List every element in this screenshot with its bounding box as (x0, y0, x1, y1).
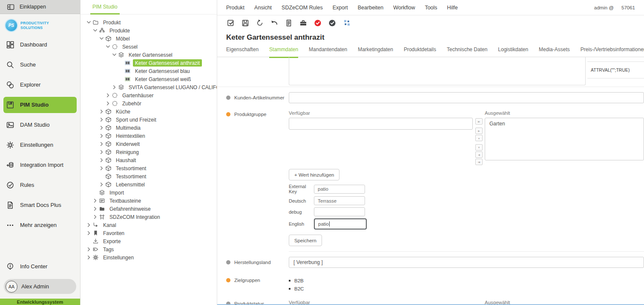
tree-item[interactable]: Kinderwelt (80, 140, 217, 148)
tree-item[interactable]: Keter Gartensessel blau (80, 67, 217, 75)
tab[interactable]: Produktdetails (404, 46, 436, 57)
tree-item[interactable]: Einstellungen (80, 253, 217, 261)
transfer-button[interactable]: ▶ (475, 128, 483, 134)
menu-item[interactable]: Hilfe (447, 5, 458, 11)
menu-item[interactable]: Produkt (226, 5, 244, 11)
tree-item[interactable]: Zubehör (80, 99, 217, 107)
sidebar-item[interactable]: Einstellungen (3, 137, 77, 153)
chevron-right-icon[interactable] (105, 93, 112, 98)
value-field-input[interactable] (314, 207, 365, 216)
tab[interactable]: Logistikdaten (498, 46, 528, 57)
tree-item[interactable]: Sport und Freizeit (80, 116, 217, 124)
tree-item[interactable]: Sessel (80, 43, 217, 51)
sidebar-item[interactable]: Explorer (3, 77, 77, 93)
user-menu[interactable]: AA Alex Admin (4, 279, 76, 294)
value-field-input[interactable]: patio (314, 185, 365, 194)
chevron-down-icon[interactable] (86, 20, 92, 25)
sidebar-item[interactable]: Dashboard (3, 37, 77, 53)
sidebar-item[interactable]: Integration Import (3, 157, 77, 173)
tree-item[interactable]: Import (80, 189, 217, 197)
chevron-down-icon[interactable] (105, 44, 112, 49)
chevron-right-icon[interactable] (92, 206, 99, 212)
tree-item[interactable]: Multimedia (80, 124, 217, 132)
tree-tab-pim-studio[interactable]: PIM Studio (90, 4, 120, 15)
toolbar-button[interactable] (269, 18, 279, 28)
transfer-button[interactable]: ▲ (475, 135, 483, 141)
formula-textarea[interactable] (289, 57, 586, 85)
tree-item[interactable]: Heimtextilien (80, 132, 217, 140)
tree-item[interactable]: SDZeCOM Integration (80, 213, 217, 221)
chevron-right-icon[interactable] (99, 109, 105, 114)
list-option[interactable]: Garten (485, 118, 644, 129)
menu-item[interactable]: Ansicht (254, 5, 272, 11)
menu-item[interactable]: Workflow (393, 5, 415, 11)
chevron-right-icon[interactable] (99, 141, 105, 147)
chevron-down-icon[interactable] (112, 52, 118, 58)
sidebar-item[interactable]: Mehr anzeigen (3, 217, 77, 233)
kunden-artikelnummer-input[interactable] (289, 92, 644, 103)
chevron-right-icon[interactable] (99, 182, 105, 187)
tree-item[interactable]: Gartenhäuser (80, 91, 217, 99)
chevron-right-icon[interactable] (99, 133, 105, 139)
menu-item[interactable]: SDZeCOM Rules (282, 5, 323, 11)
tree-item[interactable]: Kanal (80, 221, 217, 229)
tree-item[interactable]: Reinigung (80, 148, 217, 156)
tab[interactable]: Media-Assets (539, 46, 570, 57)
tree-item[interactable]: Produkt (80, 18, 217, 26)
tree-item[interactable]: Keter Gartensessel (80, 51, 217, 59)
tree-item[interactable]: Tags (80, 245, 217, 253)
chevron-right-icon[interactable] (86, 247, 92, 252)
chevron-down-icon[interactable] (99, 36, 105, 41)
tree-item[interactable]: Favoriten (80, 229, 217, 237)
chevron-right-icon[interactable] (99, 117, 105, 122)
tree-item[interactable]: Haushalt (80, 156, 217, 164)
transfer-button[interactable]: ▼ (475, 144, 483, 151)
herstellungsland-input[interactable]: [ Vererbung ] (289, 257, 644, 268)
tree-item[interactable]: Testsortiment (80, 164, 217, 172)
transfer-button[interactable]: ▶| (475, 118, 483, 125)
sidebar-item[interactable]: Suche (3, 57, 77, 73)
toolbar-button[interactable] (255, 18, 265, 28)
tab[interactable]: Eigenschaften (226, 46, 259, 57)
sidebar-item[interactable]: Smart Docs Plus (3, 197, 77, 213)
toolbar-button[interactable] (240, 18, 250, 28)
tree-item[interactable]: Textbausteine (80, 197, 217, 205)
toolbar-button[interactable] (298, 18, 308, 28)
toolbar-button[interactable] (342, 18, 352, 28)
tab[interactable]: Preis-/Vertriebsinformationen (581, 46, 644, 57)
tab[interactable]: Marketingdaten (358, 46, 393, 57)
tree-item[interactable]: Keter Gartensessel weiß (80, 75, 217, 83)
tab[interactable]: Technische Daten (447, 46, 487, 57)
save-button[interactable]: Speichern (289, 235, 322, 246)
menu-item[interactable]: Export (333, 5, 348, 11)
sidebar-item[interactable]: Rules (3, 177, 77, 193)
toolbar-button[interactable] (327, 18, 337, 28)
add-value-button[interactable]: + Wert hinzufügen (289, 169, 339, 180)
sidebar-item-info-center[interactable]: Info Center (3, 259, 77, 275)
produktgruppe-available-listbox[interactable] (289, 118, 473, 130)
chevron-right-icon[interactable] (112, 84, 118, 90)
chevron-right-icon[interactable] (86, 255, 92, 260)
chevron-right-icon[interactable] (99, 166, 105, 171)
chevron-right-icon[interactable] (99, 149, 105, 155)
sidebar-item[interactable]: DAM Studio (3, 117, 77, 133)
tree-item[interactable]: Lebensmittel (80, 180, 217, 189)
chevron-right-icon[interactable] (92, 214, 99, 220)
transfer-button[interactable]: |◀ (475, 159, 483, 165)
tab[interactable]: Mandantendaten (309, 46, 347, 57)
sidebar-item[interactable]: PIM Studio (3, 97, 77, 113)
chevron-right-icon[interactable] (99, 125, 105, 131)
produktgruppe-selected-listbox[interactable]: Garten (485, 118, 644, 160)
tree-item[interactable]: Produkte (80, 26, 217, 35)
tree-item[interactable]: Möbel (80, 35, 217, 43)
chevron-right-icon[interactable] (99, 157, 105, 163)
value-field-input[interactable]: Terrasse (314, 196, 365, 205)
tree-item[interactable]: Keter Gartensessel anthrazit (80, 59, 217, 67)
collapse-sidebar-button[interactable]: Einklappen (0, 0, 80, 14)
menu-item[interactable]: Bearbeiten (358, 5, 383, 11)
chevron-right-icon[interactable] (105, 101, 112, 106)
menu-item[interactable]: Tools (425, 5, 437, 11)
tab[interactable]: Stammdaten (269, 46, 298, 57)
chevron-right-icon[interactable] (92, 198, 99, 203)
tree-item[interactable]: Gefahrenhinweise (80, 205, 217, 213)
